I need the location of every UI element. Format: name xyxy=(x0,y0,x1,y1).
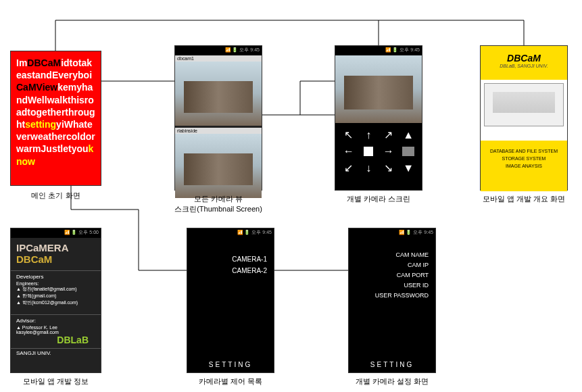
ptz-control-grid: ↖ ↑ ↗ ▲ ← → ↙ ↓ ↘ ▼ xyxy=(335,123,422,180)
setting-cam-port[interactable]: CAM PORT xyxy=(356,272,429,278)
individual-camera-screen: 📶 🔋 오후 9:45 ↖ ↑ ↗ ▲ ← → ↙ ↓ ↘ ▼ xyxy=(335,45,422,191)
overview-subtitle: DBLaB, SANGJI UNIV. xyxy=(481,64,567,68)
info-brand: DBCaM xyxy=(11,253,101,265)
stop-icon[interactable] xyxy=(364,147,373,156)
settings-screen: 📶 🔋 오후 9:45 CAM NAME CAM IP CAM PORT USE… xyxy=(348,228,436,373)
overview-title: DBCaM xyxy=(481,53,567,64)
arrow-down-right-icon[interactable]: ↘ xyxy=(384,162,393,174)
status-bar: 📶 🔋 오후 9:45 xyxy=(335,46,422,55)
ctrl-list-label: 카메라별 제어 목록 xyxy=(187,376,274,387)
main-screen: ImDBCaMidtotakeastandEveryboiCaMViewkemy… xyxy=(10,51,101,186)
camera-control-list: 📶 🔋 오후 9:45 CAMERA-1 CAMERA-2 SETTING xyxy=(187,228,274,373)
setting-button[interactable]: SETTING xyxy=(349,357,435,372)
setting-user-password[interactable]: USER PASSWORD xyxy=(356,292,429,299)
main-text: ImDBCaMidtotakeastandEveryboiCaMViewkemy… xyxy=(16,57,95,167)
arrow-right-icon[interactable]: → xyxy=(383,145,394,157)
info-title: IPCaMERA xyxy=(11,238,101,253)
arrow-down-icon[interactable]: ↓ xyxy=(366,162,371,174)
individual-camera-label: 개별 카메라 스크린 xyxy=(335,194,422,204)
arrow-down-bold-icon[interactable]: ▼ xyxy=(403,162,414,174)
cam2-label: rlabinside xyxy=(175,128,262,134)
info-screen-label: 모바일 앱 개발 정보 xyxy=(10,376,101,387)
thumbnail-screen: 📶 🔋 오후 9:45 dbcam1 rlabinside xyxy=(174,45,262,191)
status-bar: 📶 🔋 오후 5:00 xyxy=(11,228,101,238)
overview-line-1: DATABASE AND FILE SYSTEM xyxy=(486,149,562,153)
dev-line-3: ▲ 학빈(kcm012@gmail.com) xyxy=(16,299,95,306)
overview-footer: DATABASE AND FILE SYSTEM STORAGE SYSTEM … xyxy=(481,141,567,191)
arrow-up-icon[interactable]: ↑ xyxy=(366,129,371,141)
overview-header: DBCaM DBLaB, SANGJI UNIV. xyxy=(481,46,567,80)
main-screen-label: 메인 초기 화면 xyxy=(10,191,101,201)
camera-list-item-2[interactable]: CAMERA-2 xyxy=(194,267,267,274)
camera-list-item-1[interactable]: CAMERA-1 xyxy=(194,255,267,263)
info-screen: 📶 🔋 오후 5:00 IPCaMERA DBCaM Developers En… xyxy=(10,228,101,373)
status-bar: 📶 🔋 오후 9:45 xyxy=(187,228,274,238)
arrow-down-left-icon[interactable]: ↙ xyxy=(344,162,353,174)
status-bar: 📶 🔋 오후 9:45 xyxy=(175,46,262,55)
dev-line-1: ▲ 정찬(fanatief@gmail.com) xyxy=(16,286,95,293)
settings-screen-label: 개별 카메라 설정 화면 xyxy=(348,376,436,387)
arrow-up-right-icon[interactable]: ↗ xyxy=(384,128,393,141)
overview-line-3: IMAGE ANAYSIS xyxy=(486,164,562,168)
university-name: SANGJI UNIV. xyxy=(11,348,101,358)
setting-cam-name[interactable]: CAM NAME xyxy=(356,251,429,258)
overview-diagram xyxy=(481,80,567,141)
overview-line-2: STORAGE SYSTEM xyxy=(486,156,562,161)
adv-line-1: ▲ Professor K. Lee xyxy=(16,325,95,330)
adv-line-2: kasylee@gmail.com xyxy=(16,330,95,335)
dev-line-2: ▲ 한혁(gmail.com) xyxy=(16,293,95,299)
home-icon[interactable] xyxy=(402,147,414,156)
arrow-left-icon[interactable]: ← xyxy=(343,145,354,157)
arrow-up-bold-icon[interactable]: ▲ xyxy=(403,129,414,141)
cam1-label: dbcam1 xyxy=(175,55,262,62)
arrow-up-left-icon[interactable]: ↖ xyxy=(344,128,353,141)
setting-user-id[interactable]: USER ID xyxy=(356,282,429,289)
developers-section: Developers Engineers: ▲ 정찬(fanatief@gmai… xyxy=(11,270,101,309)
setting-cam-ip[interactable]: CAM IP xyxy=(356,262,429,268)
camera-thumbnail-2[interactable] xyxy=(175,134,262,198)
thumbnail-screen-label: 모든 카메라 뷰 스크린(Thumbnail Screen) xyxy=(161,194,276,214)
setting-button[interactable]: SETTING xyxy=(187,357,274,372)
advisor-section: Advisor: ▲ Professor K. Lee kasylee@gmai… xyxy=(11,314,101,348)
dblab-logo: DBLaB xyxy=(16,335,95,345)
overview-screen: DBCaM DBLaB, SANGJI UNIV. DATABASE AND F… xyxy=(480,45,568,191)
camera-live-view xyxy=(335,55,422,123)
status-bar: 📶 🔋 오후 9:45 xyxy=(349,228,435,238)
camera-thumbnail-1[interactable] xyxy=(175,62,262,126)
overview-screen-label: 모바일 앱 개발 개요 화면 xyxy=(473,194,575,204)
